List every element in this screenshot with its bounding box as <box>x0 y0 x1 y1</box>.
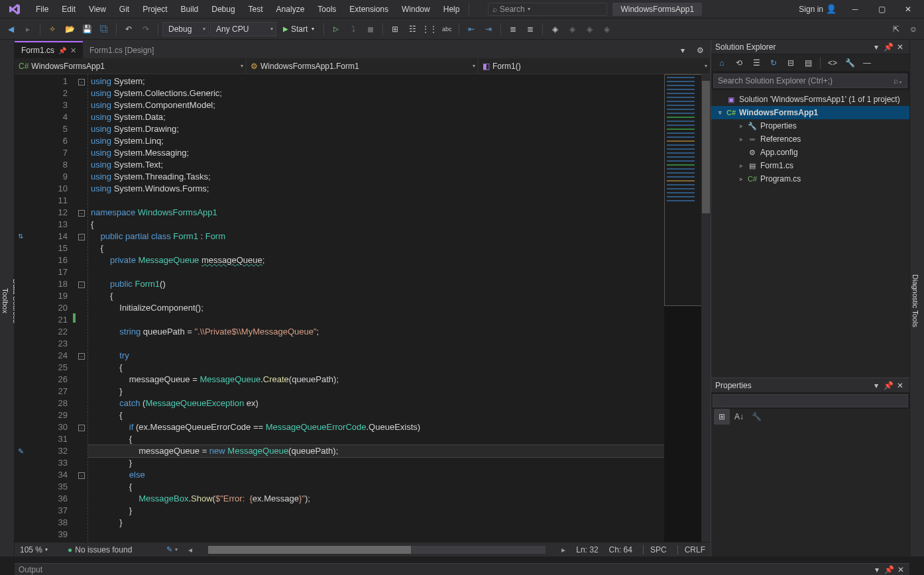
code-line[interactable]: { <box>88 219 664 231</box>
code-line[interactable] <box>88 314 664 326</box>
menu-build[interactable]: Build <box>174 2 205 17</box>
code-line[interactable]: { <box>88 433 664 445</box>
code-line[interactable]: { <box>88 409 664 421</box>
fold-toggle[interactable]: - <box>78 472 85 479</box>
menu-debug[interactable]: Debug <box>205 2 241 17</box>
code-line[interactable]: messageQueue = MessageQueue.Create(queue… <box>88 374 664 386</box>
comment-out-button[interactable]: ≣ <box>505 21 521 37</box>
code-line[interactable]: public partial class Form1 : Form <box>88 231 664 242</box>
properties-button[interactable]: 🔧 <box>842 55 858 71</box>
properties-grid[interactable] <box>711 425 909 556</box>
outlining-margin[interactable]: - - - - - - - <box>78 74 87 542</box>
tab-menu-button[interactable]: ▾ <box>675 42 691 58</box>
issues-status[interactable]: ● No issues found <box>68 545 132 554</box>
code-line[interactable]: using System; <box>88 76 664 87</box>
code-line[interactable]: using System.Drawing; <box>88 123 664 135</box>
nav-class-dropdown[interactable]: ⚙ WindowsFormsApp1.Form1 <box>247 58 479 74</box>
indent-left-button[interactable]: ⇤ <box>463 21 479 37</box>
scrollbar-thumb[interactable] <box>208 546 410 554</box>
categorized-button[interactable]: ⊞ <box>714 409 730 425</box>
code-line[interactable]: using System.Collections.Generic; <box>88 87 664 99</box>
pin-icon[interactable]: 📌 <box>58 47 66 54</box>
code-line[interactable]: if (ex.MessageQueueErrorCode == MessageQ… <box>88 421 664 433</box>
stop-button[interactable]: ◼ <box>363 21 378 37</box>
code-line[interactable]: { <box>88 242 664 254</box>
nav-forward-button[interactable]: ▸ <box>20 21 36 37</box>
bookmark-button[interactable]: ◈ <box>547 21 563 37</box>
code-line[interactable]: using System.Messaging; <box>88 147 664 159</box>
output-panel-header[interactable]: Output ▾ 📌 ✕ <box>15 563 909 575</box>
code-text-area[interactable]: using System;using System.Collections.Ge… <box>87 74 664 542</box>
fold-toggle[interactable]: - <box>78 234 85 240</box>
menu-extensions[interactable]: Extensions <box>343 2 395 17</box>
bookmark-prev-button[interactable]: ◈ <box>564 21 580 37</box>
menu-project[interactable]: Project <box>136 2 174 17</box>
scroll-left-arrow[interactable]: ◂ <box>186 545 195 554</box>
feedback-button[interactable]: ☺ <box>905 21 921 37</box>
code-line[interactable]: messageQueue = new MessageQueue(queuePat… <box>88 445 664 457</box>
tree-item[interactable]: ▹▤Form1.cs <box>711 159 909 172</box>
code-line[interactable]: string queuePath = ".\\Private$\\MyMessa… <box>88 326 664 338</box>
bookmark-clear-button[interactable]: ◈ <box>599 21 614 37</box>
platform-dropdown[interactable]: Any CPU <box>210 22 276 36</box>
bookmark-next-button[interactable]: ◈ <box>581 21 597 37</box>
fold-toggle[interactable]: - <box>78 425 85 431</box>
save-button[interactable]: 💾 <box>79 21 95 37</box>
expand-icon[interactable]: ▹ <box>738 136 744 142</box>
expand-icon[interactable]: ▹ <box>738 162 744 169</box>
find-in-files-button[interactable]: ⊞ <box>387 21 403 37</box>
code-line[interactable]: using System.Threading.Tasks; <box>88 171 664 183</box>
tree-item[interactable]: ▹▫▫References <box>711 132 909 146</box>
tree-item[interactable]: ▹🔧Properties <box>711 119 909 132</box>
close-pane-button[interactable]: ✕ <box>896 565 905 574</box>
pin-button[interactable]: 📌 <box>883 380 894 391</box>
fold-toggle[interactable]: - <box>78 282 85 288</box>
solution-name-display[interactable]: WindowsFormsApp1 <box>612 3 702 16</box>
code-line[interactable]: using System.ComponentModel; <box>88 99 664 111</box>
close-icon[interactable]: ✕ <box>70 46 76 55</box>
step-button[interactable]: ⤵ <box>345 21 361 37</box>
view-button[interactable]: ☷ <box>404 21 420 37</box>
code-line[interactable]: using System.Linq; <box>88 135 664 147</box>
redo-button[interactable]: ↷ <box>138 21 154 37</box>
vertical-scrollbar[interactable] <box>701 74 711 542</box>
document-tab[interactable]: Form1.cs📌✕ <box>15 41 83 58</box>
code-line[interactable]: InitializeComponent(); <box>88 302 664 314</box>
code-line[interactable]: else <box>88 469 664 481</box>
side-tab-diagnostic-tools[interactable]: Diagnostic Tools <box>910 45 921 556</box>
maximize-button[interactable]: ▢ <box>868 1 895 18</box>
collapse-all-button[interactable]: ⊟ <box>783 55 799 71</box>
property-pages-button[interactable]: 🔧 <box>748 409 764 425</box>
window-position-button[interactable]: ▾ <box>872 565 882 574</box>
menu-file[interactable]: File <box>29 2 55 17</box>
expand-icon[interactable]: ▹ <box>738 176 744 182</box>
close-button[interactable]: ✕ <box>895 1 921 18</box>
pin-button[interactable]: 📌 <box>883 42 894 52</box>
close-pane-button[interactable]: ✕ <box>895 42 905 52</box>
code-line[interactable]: } <box>88 517 664 529</box>
undo-button[interactable]: ↶ <box>121 21 137 37</box>
code-line[interactable]: catch (MessageQueueException ex) <box>88 397 664 409</box>
eol-indicator[interactable]: CRLF <box>677 545 705 554</box>
code-line[interactable]: try <box>88 350 664 362</box>
window-position-button[interactable]: ▾ <box>871 42 882 52</box>
indent-right-button[interactable]: ⇥ <box>481 21 496 37</box>
code-line[interactable]: namespace WindowsFormsApp1 <box>88 207 664 219</box>
live-share-button[interactable]: ⇱ <box>888 21 904 37</box>
solution-explorer-search[interactable]: Search Solution Explorer (Ctrl+;) ⌕▾ <box>713 74 907 88</box>
overview-scrollbar[interactable]: ⊟ <box>664 74 711 542</box>
fold-toggle[interactable]: - <box>78 210 85 217</box>
expand-icon[interactable]: ▹ <box>738 123 744 129</box>
save-all-button[interactable]: ⿻ <box>96 21 112 37</box>
tree-item[interactable]: ▹C#Program.cs <box>711 172 909 185</box>
indent-indicator[interactable]: SPC <box>643 545 667 554</box>
menu-window[interactable]: Window <box>395 2 437 17</box>
side-tab-toolbox[interactable]: Toolbox <box>0 45 11 556</box>
tree-item[interactable]: ▣Solution 'WindowsFormsApp1' (1 of 1 pro… <box>711 93 909 106</box>
tree-item[interactable]: ⚙App.config <box>711 146 909 159</box>
scroll-right-arrow[interactable]: ▸ <box>559 545 568 554</box>
start-without-debug-button[interactable]: ▷ <box>328 21 344 37</box>
alphabetical-button[interactable]: A↓ <box>731 409 747 425</box>
zoom-dropdown[interactable]: 105 % ▾ <box>20 545 60 554</box>
menu-tools[interactable]: Tools <box>311 2 343 17</box>
